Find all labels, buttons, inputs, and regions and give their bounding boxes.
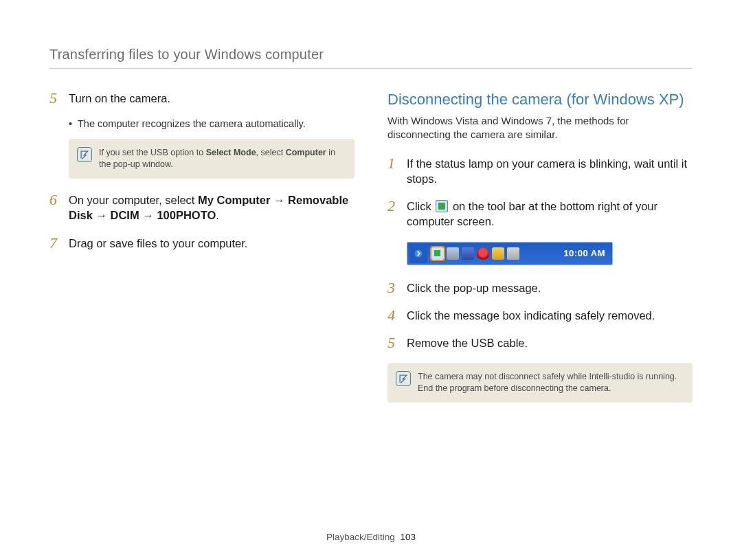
step-text: If the status lamp on your camera is bli… bbox=[407, 156, 693, 187]
tray-icon bbox=[447, 247, 459, 260]
step-number: 5 bbox=[387, 335, 400, 350]
step-number: 5 bbox=[49, 91, 62, 106]
bullet-dot: • bbox=[69, 118, 72, 129]
step-number: 1 bbox=[387, 156, 400, 187]
step-number: 4 bbox=[387, 308, 400, 323]
system-tray bbox=[431, 247, 519, 260]
header-title: Transferring files to your Windows compu… bbox=[49, 47, 693, 63]
section-subtitle: With Windows Vista and Windows 7, the me… bbox=[387, 114, 693, 142]
r-step-2: 2 Click on the tool bar at the bottom ri… bbox=[387, 199, 693, 229]
tray-icon bbox=[462, 247, 474, 260]
note-icon bbox=[77, 147, 92, 162]
safely-remove-icon bbox=[436, 200, 448, 212]
step-text: Drag or save files to your computer. bbox=[69, 236, 247, 251]
step-7: 7 Drag or save files to your computer. bbox=[49, 236, 355, 251]
step-5-bullet: • The computer recognizes the camera aut… bbox=[69, 118, 355, 129]
bullet-text: The computer recognizes the camera autom… bbox=[78, 118, 306, 129]
section-title: Disconnecting the camera (for Windows XP… bbox=[387, 91, 693, 109]
r-step-4: 4 Click the message box indicating safel… bbox=[387, 308, 693, 323]
step-text: Click the message box indicating safely … bbox=[407, 308, 655, 323]
tray-icon bbox=[477, 247, 489, 260]
step-text: On your computer, select My Computer → R… bbox=[69, 192, 355, 223]
safely-remove-tray-icon bbox=[431, 247, 444, 260]
footer-page-number: 103 bbox=[400, 532, 416, 542]
r-step-1: 1 If the status lamp on your camera is b… bbox=[387, 156, 693, 187]
step-6: 6 On your computer, select My Computer →… bbox=[49, 192, 355, 223]
step-5: 5 Turn on the camera. bbox=[49, 91, 355, 106]
step-number: 7 bbox=[49, 236, 62, 251]
r-step-5: 5 Remove the USB cable. bbox=[387, 335, 693, 350]
step-number: 2 bbox=[387, 199, 400, 229]
footer-section: Playback/Editing bbox=[326, 532, 395, 542]
note-box-usb-option: If you set the USB option to Select Mode… bbox=[69, 139, 355, 179]
content-columns: 5 Turn on the camera. • The computer rec… bbox=[49, 91, 693, 416]
page: Transferring files to your Windows compu… bbox=[0, 0, 742, 560]
note-box-intelli-studio: The camera may not disconnect safely whi… bbox=[387, 363, 693, 403]
page-footer: Playback/Editing 103 bbox=[0, 532, 742, 542]
step-number: 3 bbox=[387, 280, 400, 295]
windows-taskbar-illustration: 10:00 AM bbox=[407, 242, 613, 265]
tray-icon bbox=[492, 247, 504, 260]
step-number: 6 bbox=[49, 192, 62, 223]
taskbar-clock: 10:00 AM bbox=[563, 248, 605, 258]
page-header: Transferring files to your Windows compu… bbox=[49, 47, 693, 69]
r-step-3: 3 Click the pop-up message. bbox=[387, 280, 693, 295]
note-text: If you set the USB option to Select Mode… bbox=[99, 147, 344, 170]
step-text: Click on the tool bar at the bottom righ… bbox=[407, 199, 693, 229]
taskbar-expand-icon bbox=[409, 244, 427, 263]
note-icon bbox=[396, 371, 411, 386]
svg-point-0 bbox=[415, 249, 423, 257]
step-text: Click the pop-up message. bbox=[407, 280, 541, 295]
left-column: 5 Turn on the camera. • The computer rec… bbox=[49, 91, 355, 416]
tray-icon bbox=[507, 247, 519, 260]
step-text: Remove the USB cable. bbox=[407, 335, 528, 350]
step-text: Turn on the camera. bbox=[69, 91, 170, 106]
header-rule bbox=[49, 68, 693, 69]
right-column: Disconnecting the camera (for Windows XP… bbox=[387, 91, 693, 416]
note-text: The camera may not disconnect safely whi… bbox=[418, 371, 682, 394]
